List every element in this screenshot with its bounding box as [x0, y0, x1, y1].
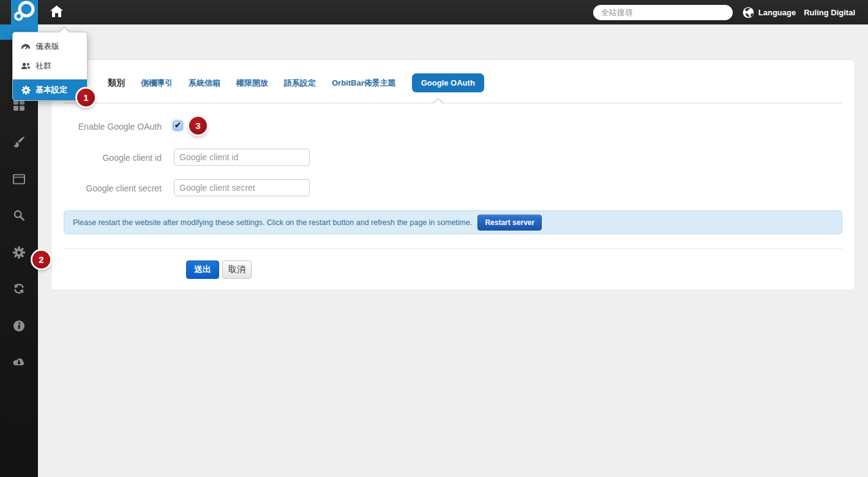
- enable-oauth-checkbox[interactable]: ✔: [173, 121, 182, 130]
- tab-language[interactable]: 語系設定: [284, 78, 316, 89]
- orbit-logo-icon: [11, 0, 38, 26]
- restart-info-alert: Please restart the website after modifyi…: [64, 210, 842, 234]
- client-id-label: Google client id: [51, 153, 162, 163]
- topbar: Language Ruling Digital: [0, 0, 868, 24]
- form-divider: [64, 248, 842, 249]
- tab-side-nav[interactable]: 側欄導引: [141, 78, 173, 89]
- tab-underline: [64, 103, 842, 103]
- tab-google-oauth[interactable]: Google OAuth: [412, 73, 484, 92]
- client-id-input[interactable]: [174, 149, 310, 166]
- enable-oauth-label: Enable Google OAuth: [51, 122, 162, 131]
- users-icon: [20, 62, 31, 70]
- language-menu[interactable]: Language: [758, 8, 796, 17]
- topbar-right: Language Ruling Digital: [593, 0, 868, 24]
- client-secret-input[interactable]: [174, 179, 310, 196]
- window-icon[interactable]: [13, 174, 25, 185]
- menu-item-dashboard[interactable]: 儀表版: [13, 37, 87, 56]
- cancel-button[interactable]: 取消: [222, 261, 252, 279]
- tab-orbitbar-theme[interactable]: OrbitBar佈景主題: [332, 78, 396, 89]
- menu-item-basic-settings[interactable]: 基本設定: [13, 80, 87, 100]
- alert-message: Please restart the website after modifyi…: [73, 218, 472, 227]
- site-search[interactable]: [593, 5, 733, 20]
- account-menu[interactable]: Ruling Digital: [804, 8, 855, 17]
- orbit-dropdown-menu: 儀表版 社群 基: [12, 32, 88, 101]
- step-badge-3: 3: [189, 117, 207, 135]
- tab-permissions[interactable]: 權限開放: [236, 78, 268, 89]
- settings-card: 類別 側欄導引 系統信箱 權限開放 語系設定 OrbitBar佈景主題 Goog…: [51, 59, 855, 290]
- client-secret-label: Google client secret: [51, 183, 162, 193]
- sync-icon[interactable]: [13, 284, 25, 294]
- home-icon: [50, 6, 63, 20]
- gear-icon: [20, 86, 31, 95]
- paintbrush-icon[interactable]: [13, 136, 25, 148]
- info-icon[interactable]: [13, 320, 25, 332]
- menu-item-community[interactable]: 社群: [13, 56, 87, 76]
- search-input[interactable]: [601, 8, 724, 17]
- gauge-icon: [20, 43, 31, 50]
- home-button[interactable]: [48, 0, 65, 24]
- menu-item-label: 基本設定: [36, 84, 67, 95]
- step-badge-1: 1: [77, 89, 95, 106]
- settings-tabs: 類別 側欄導引 系統信箱 權限開放 語系設定 OrbitBar佈景主題 Goog…: [108, 73, 484, 92]
- tab-system-email[interactable]: 系統信箱: [189, 78, 220, 89]
- menu-item-label: 社群: [36, 61, 51, 72]
- tab-category[interactable]: 類別: [108, 78, 125, 89]
- restart-server-button[interactable]: Restart server: [477, 215, 542, 231]
- step-badge-2: 2: [32, 251, 50, 268]
- gear-icon[interactable]: [13, 246, 26, 259]
- menu-item-label: 儀表版: [36, 41, 59, 52]
- modules-icon[interactable]: [13, 100, 24, 111]
- submit-button[interactable]: 送出: [186, 261, 219, 279]
- cloud-download-icon[interactable]: [12, 358, 26, 367]
- checkmark-icon: ✔: [174, 121, 181, 129]
- search-icon[interactable]: [13, 210, 24, 221]
- globe-icon: [743, 7, 754, 18]
- orbit-logo-button[interactable]: [11, 0, 38, 24]
